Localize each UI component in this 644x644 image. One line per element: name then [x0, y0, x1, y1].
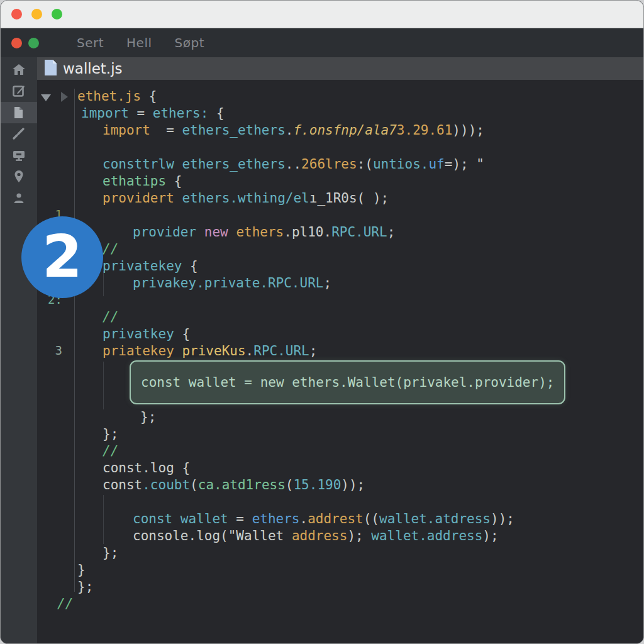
code-editor[interactable]: ethet.js {import = ethers: {import = eth… — [37, 80, 643, 643]
menu-item-2[interactable]: Hell — [126, 35, 152, 50]
maximize-icon[interactable] — [28, 38, 39, 48]
code-line: } — [37, 562, 643, 579]
code-line: providert ethers.wthing/elı_1R0s( ); — [37, 191, 643, 208]
chevron-right-icon[interactable] — [61, 92, 68, 102]
edit-square-icon[interactable] — [1, 80, 37, 102]
code-line — [37, 494, 643, 511]
code-line: const.coubt(ca.atd1ress(15.190)); — [37, 477, 643, 494]
code-line: ethet.js { — [37, 89, 643, 106]
tab-filename[interactable]: wallet.js — [63, 60, 123, 77]
code-line: // — [37, 309, 643, 326]
code-area: ethet.js {import = ethers: {import = eth… — [37, 89, 643, 613]
code-line: // — [37, 443, 643, 460]
code-line: }; — [37, 545, 643, 562]
menu-item-1[interactable]: Sert — [77, 35, 104, 50]
close-icon[interactable] — [11, 38, 22, 48]
code-line: import = ethers_ethers.f.onsfnp/ala73.29… — [37, 123, 643, 140]
activity-sidebar — [1, 57, 37, 643]
user-icon[interactable] — [1, 187, 37, 209]
menu-items: Sert Hell Søpt — [77, 35, 204, 50]
line-number: 3 — [37, 343, 62, 357]
code-line: privatekey { — [37, 258, 643, 275]
code-line: console.log("Wallet address); wallet.add… — [37, 528, 643, 545]
code-line: }; — [37, 579, 643, 596]
step-badge-number: 2 — [42, 228, 82, 286]
titlebar — [1, 1, 643, 28]
chevron-down-icon[interactable] — [41, 94, 51, 101]
code-line: }; — [37, 426, 643, 443]
file-icon[interactable] — [1, 102, 37, 123]
highlighted-code-line: const wallet = new ethers.Wallet(privake… — [37, 360, 643, 409]
highlight-box: const wallet = new ethers.Wallet(privake… — [130, 360, 565, 404]
step-badge: 2 — [21, 216, 103, 298]
code-line: ethatips { — [37, 174, 643, 191]
blue-document-icon — [44, 59, 57, 79]
code-line: import = ethers: { — [37, 106, 643, 123]
app-window: Sert Hell Søpt — [0, 0, 644, 644]
code-line — [37, 140, 643, 157]
code-line: const.log { — [37, 460, 643, 477]
close-window-button[interactable] — [11, 9, 22, 19]
code-line: // — [37, 242, 643, 258]
code-line: const wallet = ethers.addrest((wallet.at… — [37, 511, 643, 528]
code-line: 3priatekey priveKus.RPC.URL; — [37, 343, 643, 360]
menu-item-3[interactable]: Søpt — [175, 35, 204, 50]
tab-bar: wallet.js — [37, 57, 643, 80]
pen-icon[interactable] — [1, 123, 37, 145]
location-pin-icon[interactable] — [1, 166, 37, 187]
code-line: 2: — [37, 292, 643, 309]
code-line: consttrlw ethers_ethers..266lres:(untios… — [37, 157, 643, 174]
display-icon[interactable] — [1, 145, 37, 166]
code-line: provider new ethers.pl10.RPC.URL; — [37, 225, 643, 242]
menubar: Sert Hell Søpt — [1, 28, 643, 57]
code-line: 1 — [37, 208, 643, 225]
code-line: }; — [37, 409, 643, 426]
code-line: privatkey { — [37, 326, 643, 343]
minimize-window-button[interactable] — [31, 9, 42, 19]
maximize-window-button[interactable] — [52, 9, 62, 19]
home-icon[interactable] — [1, 59, 37, 80]
code-line: // — [37, 596, 643, 613]
code-line: privakey.private.RPC.URL; — [37, 275, 643, 292]
